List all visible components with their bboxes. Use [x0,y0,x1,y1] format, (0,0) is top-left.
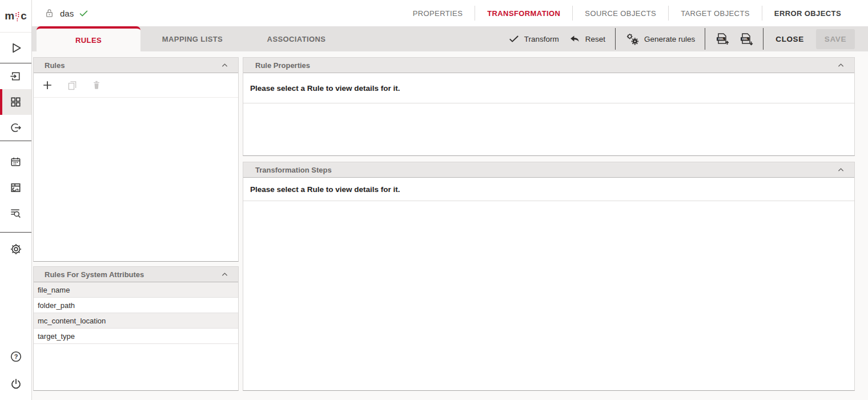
sub-tabs: RULES MAPPING LISTS ASSOCIATIONS [37,26,348,51]
save-button[interactable]: SAVE [816,29,855,49]
transformation-steps-empty-message: Please select a Rule to view details for… [243,178,854,201]
svg-text:?: ? [14,353,18,360]
help-icon: ? [9,350,23,363]
list-search-icon [9,207,22,220]
toolbar-divider [763,28,763,50]
system-attributes-panel: Rules For System Attributes file_name fo… [33,266,239,391]
dashboard-icon [9,181,22,194]
content-area: Rules Rules For System Attributes file_n… [32,51,868,400]
gears-icon [625,33,640,46]
system-attributes-list: file_name folder_path mc_content_locatio… [34,282,238,344]
collapse-chevron-icon[interactable] [220,270,229,279]
transformation-steps-title: Transformation Steps [255,166,332,174]
valid-check-icon [78,8,89,19]
list-item[interactable]: mc_content_location [34,313,238,329]
rule-properties-empty-message: Please select a Rule to view details for… [243,73,854,103]
list-item[interactable]: target_type [34,329,238,344]
undo-arrow-icon [569,33,581,45]
copy-rule-button[interactable] [64,77,80,93]
xml-download-icon: XML [739,32,753,46]
rules-panel-title: Rules [45,61,65,70]
xml-upload-icon: XML [715,32,729,46]
generate-rules-button[interactable]: Generate rules [625,33,695,46]
collapse-chevron-icon[interactable] [220,61,229,70]
sidebar-item-overview[interactable] [0,89,31,115]
list-item[interactable]: file_name [34,282,238,298]
rules-panel-header: Rules [34,58,238,73]
sidebar-item-run[interactable] [0,33,31,63]
tab-error-objects[interactable]: ERROR OBJECTS [762,6,853,21]
system-attributes-title: Rules For System Attributes [45,270,144,279]
logo-letter-right: c [21,10,27,22]
tab-properties[interactable]: PROPERTIES [401,6,475,21]
sidebar-item-logout[interactable] [0,369,31,399]
sidebar-item-logs[interactable] [0,201,31,226]
gear-icon [9,242,23,256]
svg-text:XML: XML [718,37,725,41]
tab-transformation[interactable]: TRANSFORMATION [475,6,572,21]
sidebar-item-import[interactable] [0,63,31,89]
document-info: das [32,7,89,19]
sidebar-item-reports[interactable] [0,175,31,201]
import-xml-button[interactable]: XML [715,32,729,46]
sidebar-item-settings[interactable] [0,236,31,262]
rule-properties-title: Rule Properties [255,61,310,70]
rules-actions-toolbar [34,73,238,98]
sidebar-item-help[interactable]: ? [0,344,31,369]
lock-icon [43,7,55,19]
svg-text:XML: XML [742,37,749,41]
rule-properties-panel: Rule Properties Please select a Rule to … [243,57,855,156]
toolbar: Transform Reset Generate rules XML XML C… [508,26,868,51]
export-xml-button[interactable]: XML [739,32,753,46]
close-button[interactable]: CLOSE [773,31,806,47]
toolbar-divider [705,28,705,50]
document-name: das [60,9,74,18]
delete-rule-button[interactable] [89,77,105,93]
sign-in-icon [9,70,22,83]
tab-associations[interactable]: ASSOCIATIONS [244,26,348,51]
transform-button[interactable]: Transform [508,33,559,45]
tab-source-objects[interactable]: SOURCE OBJECTS [572,6,668,21]
logo-letter-left: m [5,10,14,22]
grid-icon [9,95,22,109]
system-attributes-header: Rules For System Attributes [34,267,238,282]
list-item[interactable]: folder_path [34,298,238,313]
collapse-chevron-icon[interactable] [837,61,845,70]
transformation-steps-panel: Transformation Steps Please select a Rul… [243,162,855,391]
app-logo: m c [0,0,31,33]
play-icon [9,41,23,55]
reset-label: Reset [585,35,605,43]
main-tabs: PROPERTIES TRANSFORMATION SOURCE OBJECTS… [401,6,868,21]
calendar-icon [9,155,22,169]
sidebar: m c ? [0,0,32,400]
add-rule-button[interactable] [39,77,55,93]
collapse-chevron-icon[interactable] [837,166,845,174]
sign-out-icon [9,121,22,134]
tab-target-objects[interactable]: TARGET OBJECTS [668,6,762,21]
tab-mapping-lists[interactable]: MAPPING LISTS [140,26,244,51]
transformation-steps-header: Transformation Steps [243,162,854,178]
sidebar-item-export[interactable] [0,115,31,141]
sidebar-item-scheduler[interactable] [0,149,31,175]
rule-properties-header: Rule Properties [243,58,854,73]
power-icon [9,377,23,391]
toolbar-row: RULES MAPPING LISTS ASSOCIATIONS Transfo… [32,26,868,51]
generate-rules-label: Generate rules [644,35,695,43]
logo-dots-icon [15,10,20,22]
top-bar: das PROPERTIES TRANSFORMATION SOURCE OBJ… [32,0,868,26]
tab-rules[interactable]: RULES [37,26,140,51]
reset-button[interactable]: Reset [569,33,605,45]
check-icon [508,33,520,45]
rules-panel: Rules [33,57,239,262]
toolbar-divider [615,28,616,50]
transform-label: Transform [524,35,559,43]
